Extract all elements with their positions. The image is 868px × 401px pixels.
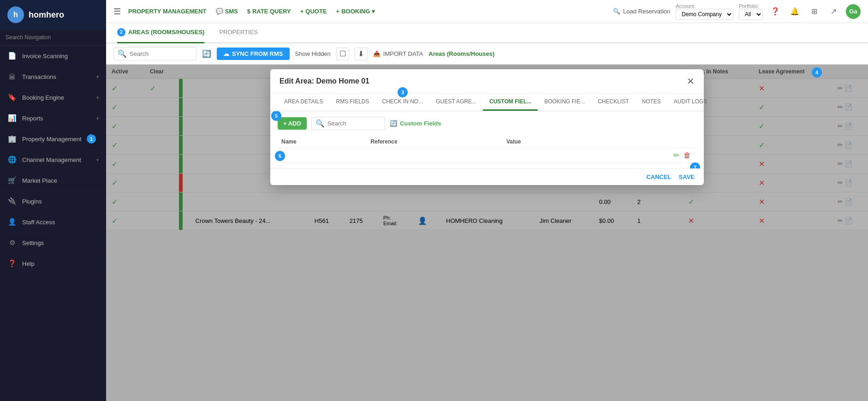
load-reservation-button[interactable]: 🔍 Load Reservation	[613, 8, 670, 15]
menu-icon[interactable]: ☰	[113, 6, 121, 17]
sidebar-search-label: Search Navigation	[0, 30, 106, 46]
staff-access-icon: 👤	[7, 217, 17, 227]
avatar[interactable]: Ga	[846, 4, 861, 19]
refresh-icon: 🔄	[390, 120, 397, 127]
search-icon: 🔍	[315, 119, 325, 128]
download-button[interactable]: ⬇	[355, 48, 368, 60]
custom-fields-label: 🔄 Custom Fields	[390, 120, 441, 127]
modal-tab-custom-fiel[interactable]: CUSTOM FIEL...	[483, 94, 538, 111]
sidebar-item-help[interactable]: ❓ Help	[0, 253, 106, 274]
modal-search-box[interactable]: 🔍	[311, 117, 385, 130]
sidebar-item-label: Invoice Scanning	[22, 53, 99, 60]
nav-label: SMS	[225, 8, 238, 15]
logo-icon: h	[7, 6, 24, 23]
delete-field-icon[interactable]: 🗑	[684, 151, 691, 159]
sidebar-item-invoice-scanning[interactable]: 📄 Invoice Scanning	[0, 46, 106, 66]
col-value: Value	[503, 136, 589, 148]
sync-from-rms-button[interactable]: ☁ SYNC FROM RMS	[217, 48, 290, 60]
sidebar-item-property-management[interactable]: 🏢 Property Management 1	[0, 129, 106, 150]
sidebar-item-channel-management[interactable]: 🌐 Channel Management ▾	[0, 150, 106, 170]
edit-area-modal: Edit Area: Demo Home 01 ✕ 3 AREA DETAILS…	[270, 69, 704, 185]
add-custom-field-button[interactable]: + ADD	[278, 117, 307, 130]
modal-tab-checklist[interactable]: CHECKLIST	[591, 94, 635, 111]
property-management-badge: 1	[87, 134, 96, 144]
tab-areas[interactable]: 2 AREAS (ROOMS/HOUSES)	[117, 23, 204, 43]
modal-header: Edit Area: Demo Home 01 ✕	[270, 69, 704, 94]
search-input[interactable]	[130, 50, 192, 57]
help-button[interactable]: ❓	[768, 5, 782, 18]
external-link-button[interactable]: ↗	[826, 5, 840, 18]
nav-sms[interactable]: 💬 SMS	[216, 8, 238, 15]
topbar-nav: PROPERTY MANAGEMENT 💬 SMS $ RATE QUERY +…	[128, 8, 606, 15]
tab-properties[interactable]: PROPERTIES	[219, 23, 258, 42]
sidebar-item-staff-access[interactable]: 👤 Staff Access	[0, 212, 106, 233]
tab-areas-label: AREAS (ROOMS/HOUSES)	[128, 29, 204, 36]
sidebar-item-label: Property Management	[22, 136, 87, 143]
search-box[interactable]: 🔍	[113, 47, 196, 60]
sidebar-item-label: Settings	[22, 239, 99, 246]
refresh-button[interactable]: 🔄	[202, 49, 211, 58]
areas-link[interactable]: Areas (Rooms/Houses)	[428, 50, 494, 57]
modal-tab-notes[interactable]: NOTES	[636, 94, 667, 111]
account-dropdown[interactable]: Demo Company	[676, 9, 733, 20]
chevron-down-icon: ▾	[372, 8, 375, 15]
help-icon: ❓	[7, 259, 17, 268]
content-area: Active Clear Portfolios Check In Notes L…	[106, 65, 868, 401]
sidebar-item-label: Plugins	[22, 198, 99, 205]
sidebar-item-label: Help	[22, 260, 99, 267]
sidebar-item-transactions[interactable]: 🏛 Transactions ▾	[0, 66, 106, 87]
settings-icon: ⚙	[7, 238, 17, 247]
modal-tab-audit-logs[interactable]: AUDIT LOGS	[667, 94, 713, 111]
nav-rate-query[interactable]: $ RATE QUERY	[247, 8, 291, 15]
custom-field-row: 6 ✏ 🗑	[278, 148, 696, 163]
tab-areas-badge: 2	[117, 28, 125, 36]
account-section: Account: Demo Company	[676, 3, 733, 20]
sidebar-item-label: Booking Engine	[22, 94, 96, 101]
market-place-icon: 🛒	[7, 176, 17, 185]
field-value	[503, 148, 589, 163]
modal-tab-guest-agre[interactable]: GUEST AGRE...	[429, 94, 483, 111]
cancel-button[interactable]: CANCEL	[646, 174, 671, 180]
import-data-button[interactable]: 📤 IMPORT DATA	[373, 50, 423, 57]
nav-quote[interactable]: + QUOTE	[300, 8, 327, 15]
nav-booking[interactable]: + BOOKING ▾	[336, 8, 375, 15]
modal-search-input[interactable]	[327, 120, 381, 127]
dollar-icon: $	[247, 8, 250, 15]
annotation-3: 3	[398, 87, 408, 97]
edit-field-icon[interactable]: ✏	[673, 151, 679, 159]
sms-icon: 💬	[216, 8, 223, 15]
grid-button[interactable]: ⊞	[807, 5, 821, 18]
modal-body: 5 + ADD 🔍 🔄 Custom Fields	[270, 111, 704, 168]
toolbar: 🔍 🔄 ☁ SYNC FROM RMS Show Hidden ☐ ⬇ 📤 IM…	[106, 43, 868, 65]
main-content: ☰ PROPERTY MANAGEMENT 💬 SMS $ RATE QUERY…	[106, 0, 868, 401]
custom-fields-table: Name Reference Value	[278, 136, 696, 163]
modal-tab-booking-fie[interactable]: BOOKING FIE...	[538, 94, 591, 111]
channel-management-icon: 🌐	[7, 155, 17, 164]
plus-icon: +	[300, 8, 304, 15]
modal-close-button[interactable]: ✕	[687, 76, 695, 87]
sidebar-item-booking-engine[interactable]: 🔖 Booking Engine ▾	[0, 87, 106, 108]
transactions-icon: 🏛	[7, 72, 17, 81]
sidebar-item-plugins[interactable]: 🔌 Plugins	[0, 191, 106, 212]
annotation-4: 4	[812, 67, 822, 78]
nav-label: PROPERTY MANAGEMENT	[128, 8, 207, 15]
sidebar-item-settings[interactable]: ⚙ Settings	[0, 233, 106, 253]
modal-footer: CANCEL SAVE	[270, 168, 704, 185]
portfolio-label: Portfolio:	[739, 3, 763, 9]
save-button[interactable]: SAVE	[679, 174, 695, 180]
notifications-button[interactable]: 🔔	[788, 5, 802, 18]
modal-tab-rms-fields[interactable]: RMS FIELDS	[329, 94, 375, 111]
portfolio-dropdown[interactable]: All	[739, 9, 763, 20]
topbar-right: 🔍 Load Reservation Account: Demo Company…	[613, 3, 861, 20]
sidebar-logo[interactable]: h homhero	[0, 0, 106, 30]
show-hidden-button[interactable]: Show Hidden	[295, 50, 331, 57]
account-label: Account:	[676, 3, 733, 9]
sidebar-item-reports[interactable]: 📊 Reports ▾	[0, 108, 106, 129]
nav-property-management[interactable]: PROPERTY MANAGEMENT	[128, 8, 207, 15]
modal-tab-area-details[interactable]: AREA DETAILS	[278, 94, 329, 111]
checkbox-toggle[interactable]: ☐	[336, 48, 349, 60]
sidebar-item-label: Transactions	[22, 73, 96, 80]
sidebar-item-market-place[interactable]: 🛒 Market Place	[0, 170, 106, 191]
col-reference: Reference	[367, 136, 503, 148]
sidebar-item-label: Market Place	[22, 177, 99, 184]
